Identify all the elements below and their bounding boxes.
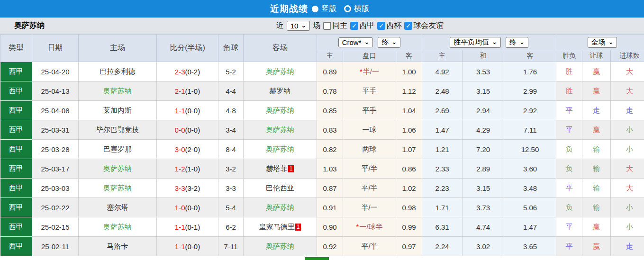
odds-away-value: 0.98 [396, 198, 422, 217]
home-team[interactable]: 奥萨苏纳 [103, 184, 132, 192]
halftime-score: (2-0) [185, 145, 200, 153]
table-row: 西甲 25-03-17 奥萨苏纳 1-2(1-0) 3-2 赫塔菲1 1.03 … [0, 159, 644, 179]
odds-away-value: 1.02 [396, 179, 422, 198]
home-team[interactable]: 莱加内斯 [103, 106, 132, 114]
result-goals: 大 [611, 62, 644, 81]
title-bar: 近期战绩 竖版 横版 [0, 0, 644, 18]
handicap-cell: 平手 [343, 81, 396, 101]
league-badge: 西甲 [0, 81, 32, 101]
match-date: 25-02-15 [32, 217, 79, 237]
home-team-cell: 马洛卡 [79, 237, 157, 256]
halftime-score: (1-0) [185, 165, 200, 173]
avg-state-select[interactable]: 终⌄ [506, 37, 528, 48]
copa-label[interactable]: 西杯 [386, 21, 401, 31]
home-team-cell: 奥萨苏纳 [79, 217, 157, 237]
score-cell: 1-1(0-0) [157, 101, 218, 120]
home-team-cell: 毕尔巴鄂竞技 [79, 120, 157, 140]
results-table-wrap: 类型 日期 主场 比分(半场) 角球 客场 Crow*⌄ 终⌄ 胜平负均 [0, 34, 644, 256]
odds-away-value: 1.12 [396, 81, 422, 101]
col-home: 主场 [79, 35, 157, 62]
fulltime-score: 3-0 [175, 145, 185, 153]
chevron-down-icon: ⌄ [519, 39, 525, 45]
home-team[interactable]: 巴拉多利德 [100, 67, 136, 75]
away-team[interactable]: 奥萨苏纳 [266, 106, 294, 114]
handicap-value: 半/一 [361, 203, 377, 211]
handicap-value: 一球 [363, 126, 377, 134]
col-away: 客场 [244, 35, 317, 62]
result-wdl: 负 [556, 140, 582, 159]
home-team[interactable]: 巴塞罗那 [103, 145, 132, 153]
result-wdl: 平 [556, 101, 582, 120]
away-team[interactable]: 赫罗纳 [270, 87, 291, 95]
away-team-cell: 奥萨苏纳 [244, 120, 317, 140]
avg-away-value: 5.06 [504, 198, 556, 217]
subcol-avg-home: 主 [422, 50, 463, 62]
home-team-cell: 巴拉多利德 [79, 62, 157, 81]
home-team[interactable]: 奥萨苏纳 [103, 223, 132, 231]
laliga-label[interactable]: 西甲 [359, 21, 374, 31]
corner-score: 7-11 [218, 237, 244, 256]
laliga-checkbox[interactable]: ✓ [350, 22, 358, 30]
league-badge: 西甲 [0, 198, 32, 217]
league-badge: 西甲 [0, 217, 32, 237]
away-team[interactable]: 奥萨苏纳 [266, 67, 294, 75]
home-team[interactable]: 塞尔塔 [107, 203, 128, 211]
result-wdl: 平 [556, 237, 582, 256]
avg-home-value: 4.92 [422, 62, 463, 81]
result-handicap: 输 [582, 179, 611, 198]
horizontal-layout-radio[interactable] [344, 5, 351, 12]
avg-draw-value: 4.74 [463, 217, 504, 237]
score-cell: 1-1(0-1) [157, 217, 218, 237]
match-date: 25-04-13 [32, 81, 79, 101]
corner-score: 5-4 [218, 198, 244, 217]
result-goals: 大 [611, 159, 644, 179]
away-team[interactable]: 奥萨苏纳 [266, 126, 294, 134]
layout-radio-group: 竖版 横版 [312, 4, 374, 14]
avg-home-value: 2.33 [422, 159, 463, 179]
horizontal-layout-label[interactable]: 横版 [354, 4, 369, 14]
away-team[interactable]: 巴伦西亚 [266, 184, 294, 192]
odds-home-value: 0.92 [317, 237, 343, 256]
table-row: 西甲 25-04-08 莱加内斯 1-1(0-0) 4-8 奥萨苏纳 0.85 … [0, 101, 644, 120]
recent-count-select[interactable]: 10⌄ [287, 21, 310, 31]
odds-company-select[interactable]: Crow*⌄ [338, 37, 373, 47]
halftime-score: (3-2) [185, 184, 200, 192]
odds-away-value: 1.06 [396, 120, 422, 140]
away-team[interactable]: 奥萨苏纳 [266, 242, 294, 250]
handicap-value: 半/一 [363, 67, 379, 75]
avg-away-value: 3.48 [504, 179, 556, 198]
result-goals: 走 [611, 237, 644, 256]
home-team[interactable]: 奥萨苏纳 [103, 164, 132, 172]
full-match-select[interactable]: 全场⌄ [588, 37, 617, 48]
odds-state-select[interactable]: 终⌄ [378, 37, 400, 48]
avg-away-value: 3.65 [504, 237, 556, 256]
away-team[interactable]: 奥萨苏纳 [266, 145, 294, 153]
avg-home-value: 1.21 [422, 140, 463, 159]
league-badge: 西甲 [0, 237, 32, 256]
avg-home-value: 2.23 [422, 179, 463, 198]
friendly-checkbox[interactable]: ✓ [404, 22, 412, 30]
handicap-value: 平/半 [361, 242, 377, 250]
vertical-layout-radio[interactable] [312, 6, 318, 12]
score-cell: 3-0(2-0) [157, 140, 218, 159]
away-team-cell: 赫塔菲1 [244, 159, 317, 179]
vertical-layout-label[interactable]: 竖版 [321, 4, 336, 14]
home-team[interactable]: 毕尔巴鄂竞技 [96, 126, 139, 134]
score-cell: 1-2(1-0) [157, 159, 218, 179]
page-title: 近期战绩 [270, 3, 308, 15]
avg-draw-value: 2.89 [463, 159, 504, 179]
handicap-cell: 半/一 [343, 198, 396, 217]
friendly-label[interactable]: 球会友谊 [413, 21, 444, 31]
col-score: 比分(半场) [157, 35, 218, 62]
home-team[interactable]: 奥萨苏纳 [103, 87, 132, 95]
same-home-checkbox[interactable] [323, 22, 331, 30]
home-team[interactable]: 马洛卡 [107, 242, 128, 250]
avg-odds-select[interactable]: 胜平负均值⌄ [450, 37, 501, 48]
away-team[interactable]: 赫塔菲 [266, 164, 288, 172]
handicap-cell: 一球 [343, 120, 396, 140]
away-team[interactable]: 奥萨苏纳 [266, 203, 294, 211]
match-date: 25-03-17 [32, 159, 79, 179]
copa-checkbox[interactable]: ✓ [377, 22, 385, 30]
away-team[interactable]: 皇家马德里 [259, 223, 295, 231]
same-home-label[interactable]: 同主 [332, 21, 347, 31]
